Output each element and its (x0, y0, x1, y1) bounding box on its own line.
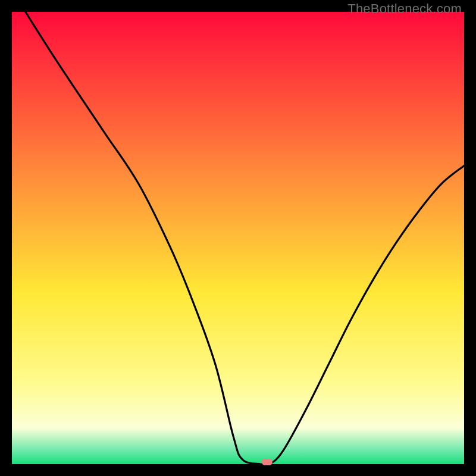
curve-path (26, 12, 464, 465)
optimal-marker (262, 459, 273, 465)
watermark-text: TheBottleneck.com (347, 1, 462, 17)
chart-stage: TheBottleneck.com (0, 0, 476, 476)
bottleneck-curve (12, 12, 464, 464)
